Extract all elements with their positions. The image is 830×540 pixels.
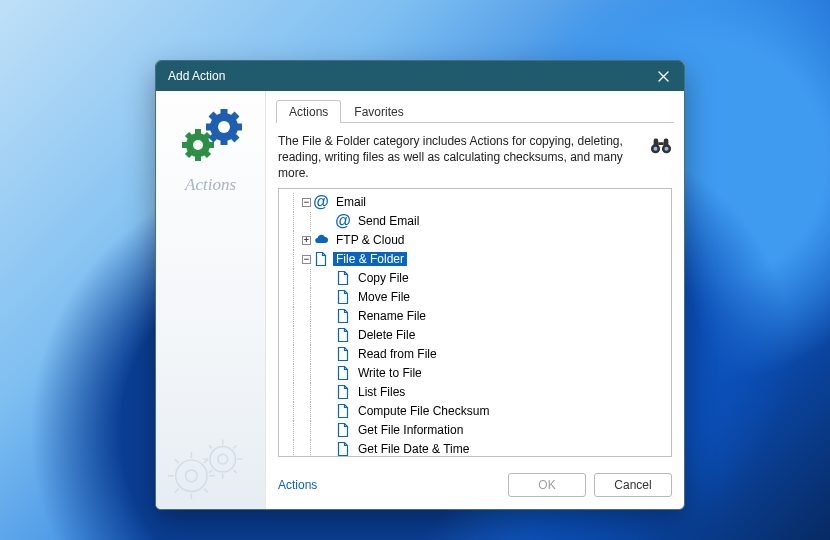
- tree-item-label: Write to File: [355, 366, 425, 380]
- tree-item-rename-file[interactable]: Rename File: [279, 307, 671, 326]
- tree-item-send-email[interactable]: @Send Email: [279, 212, 671, 231]
- tree-item-label: Read from File: [355, 347, 440, 361]
- tree-item-read-from-file[interactable]: Read from File: [279, 345, 671, 364]
- tree-item-file-folder[interactable]: −File & Folder: [279, 250, 671, 269]
- actions-tree: −@Email@Send Email+FTP & Cloud−File & Fo…: [278, 188, 672, 457]
- tree-item-label: Move File: [355, 290, 413, 304]
- actions-help-link[interactable]: Actions: [278, 478, 317, 492]
- main-panel: Actions Favorites The File & Folder cate…: [266, 91, 684, 509]
- cloud-icon: [313, 232, 329, 248]
- svg-point-13: [186, 470, 198, 482]
- add-action-dialog: Add Action: [155, 60, 685, 510]
- tree-guide: [319, 309, 333, 323]
- sidebar: Actions: [156, 91, 266, 509]
- close-icon: [658, 71, 669, 82]
- tree-item-delete-file[interactable]: Delete File: [279, 326, 671, 345]
- tree-item-copy-file[interactable]: Copy File: [279, 269, 671, 288]
- gears-icon: [176, 109, 246, 169]
- svg-point-12: [176, 460, 207, 491]
- file-icon: [335, 327, 351, 343]
- tree-item-label: Rename File: [355, 309, 429, 323]
- file-icon: [335, 422, 351, 438]
- tree-guide: [319, 271, 333, 285]
- cancel-button[interactable]: Cancel: [594, 473, 672, 497]
- tab-strip: Actions Favorites: [266, 91, 684, 122]
- gears-watermark-icon: [162, 431, 260, 501]
- svg-point-11: [218, 121, 230, 133]
- tree-item-label: File & Folder: [333, 252, 407, 266]
- svg-text:@: @: [313, 194, 329, 210]
- tree-item-compute-file-checksum[interactable]: Compute File Checksum: [279, 402, 671, 421]
- expand-icon[interactable]: +: [302, 236, 311, 245]
- desktop-wallpaper: Add Action: [0, 0, 830, 540]
- tree-item-label: Send Email: [355, 214, 422, 228]
- sidebar-label: Actions: [185, 175, 236, 195]
- svg-point-22: [664, 147, 668, 151]
- tree-item-label: List Files: [355, 385, 408, 399]
- tree-item-label: Email: [333, 195, 369, 209]
- tree-item-label: Compute File Checksum: [355, 404, 492, 418]
- window-title: Add Action: [168, 69, 650, 83]
- actions-tree-scroll[interactable]: −@Email@Send Email+FTP & Cloud−File & Fo…: [279, 189, 671, 456]
- svg-point-15: [218, 454, 228, 464]
- tree-guide: [319, 423, 333, 437]
- tree-item-label: Delete File: [355, 328, 418, 342]
- file-icon: [335, 384, 351, 400]
- close-button[interactable]: [650, 65, 676, 87]
- file-icon: [335, 270, 351, 286]
- tree-guide: [319, 214, 333, 228]
- tree-item-ftp-cloud[interactable]: +FTP & Cloud: [279, 231, 671, 250]
- tree-item-list-files[interactable]: List Files: [279, 383, 671, 402]
- tree-item-email[interactable]: −@Email: [279, 193, 671, 212]
- category-description: The File & Folder category includes Acti…: [278, 133, 640, 182]
- file-icon: [335, 289, 351, 305]
- tree-guide: [319, 366, 333, 380]
- file-icon: [313, 251, 329, 267]
- tree-item-get-file-date-time[interactable]: Get File Date & Time: [279, 440, 671, 456]
- tab-actions[interactable]: Actions: [276, 100, 341, 123]
- ok-button[interactable]: OK: [508, 473, 586, 497]
- file-icon: [335, 403, 351, 419]
- file-icon: [335, 441, 351, 456]
- at-icon: @: [313, 194, 329, 210]
- tree-guide: [319, 290, 333, 304]
- tree-guide: [319, 328, 333, 342]
- at-icon: @: [335, 213, 351, 229]
- file-icon: [335, 308, 351, 324]
- svg-rect-19: [664, 139, 669, 147]
- svg-point-21: [653, 147, 657, 151]
- collapse-icon[interactable]: −: [302, 255, 311, 264]
- tree-guide: [319, 442, 333, 456]
- tree-item-write-to-file[interactable]: Write to File: [279, 364, 671, 383]
- file-icon: [335, 365, 351, 381]
- tree-item-move-file[interactable]: Move File: [279, 288, 671, 307]
- dialog-footer: Actions OK Cancel: [266, 465, 684, 509]
- svg-point-14: [210, 446, 235, 471]
- tree-guide: [319, 404, 333, 418]
- tree-item-label: FTP & Cloud: [333, 233, 407, 247]
- tree-item-label: Copy File: [355, 271, 412, 285]
- svg-rect-20: [658, 142, 664, 145]
- tree-guide: [319, 385, 333, 399]
- binoculars-icon[interactable]: [650, 135, 672, 155]
- tab-favorites[interactable]: Favorites: [341, 100, 416, 123]
- tree-item-get-file-information[interactable]: Get File Information: [279, 421, 671, 440]
- tree-guide: [319, 347, 333, 361]
- tree-item-label: Get File Date & Time: [355, 442, 472, 456]
- tree-item-label: Get File Information: [355, 423, 466, 437]
- file-icon: [335, 346, 351, 362]
- svg-point-5: [193, 140, 203, 150]
- collapse-icon[interactable]: −: [302, 198, 311, 207]
- svg-text:@: @: [335, 213, 351, 229]
- titlebar[interactable]: Add Action: [156, 61, 684, 91]
- svg-rect-18: [654, 139, 659, 147]
